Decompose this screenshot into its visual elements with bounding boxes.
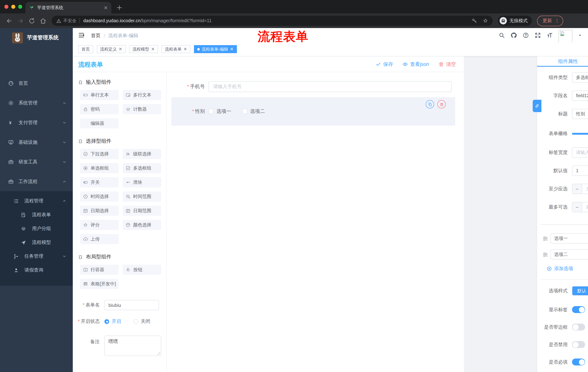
component-时间选择[interactable]: 时间选择 [80,191,119,202]
default-value-input[interactable]: 1 [572,166,588,176]
add-option-button[interactable]: 添加选项 [546,265,588,272]
查看json-button[interactable]: 查看json [402,61,429,67]
component-单选框组[interactable]: 单选框组 [80,163,119,173]
sidebar-item-研发工具[interactable]: 研发工具 [0,152,73,172]
collapse-sidebar-button[interactable] [78,32,85,39]
tag-close-icon[interactable]: ✕ [151,47,155,52]
status-radio-on[interactable]: 开启 [105,318,121,325]
component-单行文本[interactable]: 单行文本 [80,90,119,100]
link-tab[interactable] [533,100,541,112]
checkbox-icon[interactable] [209,109,214,114]
maximize-window-button[interactable] [18,5,22,9]
security-warning-icon[interactable] [56,18,62,23]
remark-textarea[interactable]: 嘿嘿 [105,336,161,356]
user-menu-caret-icon[interactable] [578,33,582,37]
component-上传[interactable]: 上传 [80,234,119,244]
forward-button[interactable] [17,17,24,24]
form-name-input[interactable]: biubiu [105,300,159,310]
sidebar-subitem-请假查询[interactable]: 请假查询 [0,263,73,277]
component-多选框组[interactable]: 多选框组 [123,163,161,173]
gender-option-2[interactable]: 选项二 [242,108,265,115]
tag-close-icon[interactable]: ✕ [230,47,234,52]
bookmark-star-icon[interactable] [483,18,488,24]
component-下拉选择[interactable]: 下拉选择 [80,149,119,159]
fullscreen-icon[interactable] [535,32,541,38]
checkbox-icon[interactable] [242,109,247,114]
tag-close-icon[interactable]: ✕ [183,47,187,52]
tag-流程定义[interactable]: 流程定义✕ [97,45,126,53]
font-size-icon[interactable] [546,32,553,38]
sidebar-item-首页[interactable]: 首页 [0,74,73,93]
browser-menu-icon[interactable] [554,18,560,24]
component-级联选择[interactable]: 级联选择 [123,149,161,159]
address-bar[interactable]: 不安全 dashboard.yudao.iocoder.cn /bpm/mana… [52,16,493,26]
component-开关[interactable]: 开关 [80,177,119,187]
tab-close-icon[interactable]: ✕ [104,5,108,10]
minimize-window-button[interactable] [11,5,15,9]
tag-流程表单-编辑[interactable]: 流程表单-编辑✕ [194,45,237,53]
toggle-是否带边框[interactable] [572,324,585,330]
option-label-input[interactable]: 选项二 [551,249,588,260]
grid-slider[interactable] [572,128,588,139]
sidebar-subitem-流程模型[interactable]: 流程模型 [0,235,73,249]
component-滑块[interactable]: 滑块 [123,177,161,187]
github-icon[interactable] [511,32,517,38]
sidebar-item-支付管理[interactable]: ¥支付管理 [0,113,73,132]
browser-tab[interactable]: 芋道管理系统 ✕ [25,2,111,13]
sidebar-subitem-流程表单[interactable]: 流程表单 [0,208,73,222]
form-canvas[interactable]: *手机号 请输入手机号 *性别 选项一 [167,73,464,372]
browser-update-button[interactable]: 更新 [537,15,563,26]
field-name-input[interactable]: field122 [572,91,588,101]
toggle-是否必填[interactable] [572,359,585,365]
component-评分[interactable]: 评分 [80,220,119,230]
new-tab-button[interactable] [116,4,123,11]
phone-input[interactable]: 请输入手机号 [209,81,452,92]
status-radio-off[interactable]: 关闭 [134,318,150,325]
max-select-stepper[interactable]: − 最多可选 + [572,202,588,212]
resize-handle[interactable] [157,352,160,355]
sidebar-item-基础设施[interactable]: 基础设施 [0,132,73,152]
min-select-stepper[interactable]: − 至少应选 + [572,184,588,194]
reload-button[interactable] [28,17,35,24]
component-计数器[interactable]: 123计数器 [123,104,161,114]
phone-field-row[interactable]: *手机号 请输入手机号 [167,81,464,92]
stepper-minus-button[interactable]: − [572,184,582,194]
sidebar-item-系统管理[interactable]: 系统管理 [0,93,73,113]
component-表格[开发中][interactable]: 表格[开发中] [80,279,119,289]
search-icon[interactable] [498,32,505,38]
avatar[interactable] [558,30,572,43]
radio-icon[interactable] [134,319,138,324]
component-type-select[interactable]: 多选框组 [572,73,588,83]
component-按钮[interactable]: 按钮 [123,265,161,275]
style-option-默认[interactable]: 默认 [572,287,588,295]
sidebar-subitem-流程管理[interactable]: 流程管理 [0,194,73,208]
title-input[interactable]: 性别 [572,109,588,119]
component-颜色选择[interactable]: 颜色选择 [123,220,161,230]
toggle-是否禁用[interactable] [572,341,585,348]
toggle-显示标签[interactable] [572,306,585,313]
tag-首页[interactable]: 首页 [78,45,93,53]
component-日期范围[interactable]: 日期范围 [123,206,161,216]
close-window-button[interactable] [4,5,8,9]
label-width-input[interactable]: 请输入标签宽度 [572,148,588,158]
tag-close-icon[interactable]: ✕ [119,47,122,52]
component-时间范围[interactable]: 时间范围 [123,191,161,202]
保存-button[interactable]: 保存 [376,61,393,67]
option-label-input[interactable]: 选项一 [551,233,588,244]
component-密码[interactable]: 密码 [80,104,119,114]
selected-component-gender[interactable]: *性别 选项一 选项二 [171,97,455,126]
help-icon[interactable] [523,32,529,38]
stepper-minus-button[interactable]: − [572,202,582,212]
back-button[interactable] [6,17,13,24]
home-button[interactable] [40,17,47,24]
duplicate-component-button[interactable] [426,100,434,108]
sidebar-item-工作流程[interactable]: 工作流程 [0,172,73,191]
tab-component-props[interactable]: 组件属性 [537,56,588,67]
delete-component-button[interactable] [437,100,446,108]
sidebar-subitem-任务管理[interactable]: 任务管理 [0,249,73,263]
清空-button[interactable]: 清空 [439,61,456,67]
component-编辑器[interactable]: 编辑器 [80,118,119,128]
sidebar-subitem-用户分组[interactable]: 用户分组 [0,222,73,235]
radio-icon[interactable] [105,319,109,324]
component-多行文本[interactable]: 多行文本 [123,90,161,100]
